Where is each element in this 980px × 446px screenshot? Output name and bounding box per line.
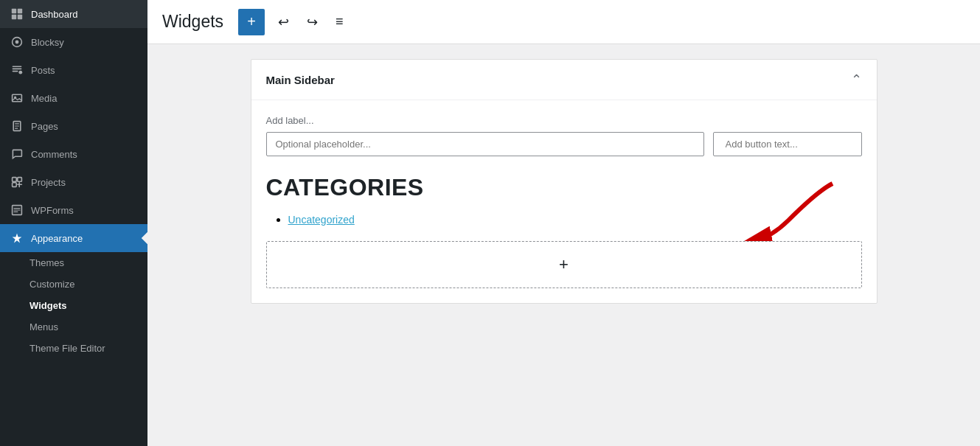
svg-point-6 [18,71,22,74]
sidebar-submenu-menus[interactable]: Menus [0,316,147,338]
page-title: Widgets [162,12,223,32]
add-widget-button[interactable]: + [238,9,265,35]
sidebar-submenu-theme-file-editor[interactable]: Theme File Editor [0,338,147,359]
sidebar-item-posts[interactable]: Posts [0,56,147,84]
sidebar-item-blocksy-label: Blocksy [31,37,64,48]
sidebar-submenu-customize[interactable]: Customize [0,273,147,295]
sidebar-item-posts-label: Posts [31,65,55,76]
appearance-arrow [142,232,147,244]
sidebar-item-wpforms[interactable]: WPForms [0,196,147,224]
svg-rect-10 [13,178,17,182]
sidebar: Dashboard Blocksy Posts Media Pages Comm… [0,0,147,446]
sidebar-item-pages-label: Pages [31,121,58,132]
widget-inputs-row [266,132,862,156]
pages-icon [10,119,24,133]
sidebar-item-media[interactable]: Media [0,84,147,112]
panel-collapse-icon[interactable]: ⌃ [851,72,862,88]
svg-rect-0 [12,9,16,13]
sidebar-item-blocksy[interactable]: Blocksy [0,28,147,56]
category-list: Uncategorized [266,213,862,226]
panel-body: Add label... CATEGORIES Uncategorized [251,100,877,303]
blocksy-icon [10,35,24,49]
toolbar: Widgets + ↩ ↪ ≡ [147,0,980,44]
sidebar-submenu: Themes Customize Widgets Menus Theme Fil… [0,252,147,359]
svg-rect-11 [18,178,22,182]
posts-icon [10,63,24,77]
main-area: Widgets + ↩ ↪ ≡ Main Sidebar ⌃ Add label… [147,0,980,446]
projects-icon [10,175,24,189]
sidebar-item-comments[interactable]: Comments [0,140,147,168]
undo-button[interactable]: ↩ [274,11,293,33]
sidebar-item-appearance[interactable]: Appearance [0,224,147,252]
list-icon: ≡ [336,14,344,29]
svg-rect-12 [13,183,17,187]
list-item: Uncategorized [288,213,862,226]
media-icon [10,91,24,105]
arrow-container: Uncategorized [266,213,862,226]
panel-header: Main Sidebar ⌃ [251,60,877,100]
categories-heading: CATEGORIES [266,174,862,201]
svg-rect-1 [18,9,22,13]
add-button-text-input[interactable] [713,132,862,156]
sidebar-item-media-label: Media [31,93,57,104]
undo-icon: ↩ [278,14,289,30]
sidebar-submenu-widgets[interactable]: Widgets [0,295,147,316]
sidebar-item-projects[interactable]: Projects [0,168,147,196]
comments-icon [10,147,24,161]
sidebar-section-appearance: Appearance Themes Customize Widgets Menu… [0,224,147,359]
redo-icon: ↪ [307,14,318,30]
sidebar-item-appearance-label: Appearance [31,233,83,244]
add-label-text: Add label... [266,115,862,126]
sidebar-item-projects-label: Projects [31,177,66,188]
sidebar-item-wpforms-label: WPForms [31,205,74,216]
svg-rect-7 [13,94,22,102]
add-widget-plus-button[interactable]: + [266,241,862,288]
panel-title: Main Sidebar [266,74,335,86]
add-widget-plus-icon: + [559,255,569,274]
svg-rect-2 [12,15,16,19]
svg-rect-3 [18,15,22,19]
sidebar-item-dashboard[interactable]: Dashboard [0,0,147,28]
redo-button[interactable]: ↪ [302,11,322,33]
list-view-button[interactable]: ≡ [331,11,348,32]
appearance-icon [10,231,24,245]
sidebar-submenu-themes[interactable]: Themes [0,252,147,273]
dashboard-icon [10,7,24,21]
wpforms-icon [10,203,24,217]
sidebar-item-dashboard-label: Dashboard [31,9,78,20]
content-area: Main Sidebar ⌃ Add label... CATEGORIES U… [147,44,980,446]
sidebar-item-comments-label: Comments [31,149,77,160]
svg-point-5 [15,41,19,44]
uncategorized-link[interactable]: Uncategorized [288,214,355,226]
add-widget-area: + [266,241,862,288]
main-sidebar-panel: Main Sidebar ⌃ Add label... CATEGORIES U… [251,59,878,304]
sidebar-item-pages[interactable]: Pages [0,112,147,140]
optional-placeholder-input[interactable] [266,132,704,156]
